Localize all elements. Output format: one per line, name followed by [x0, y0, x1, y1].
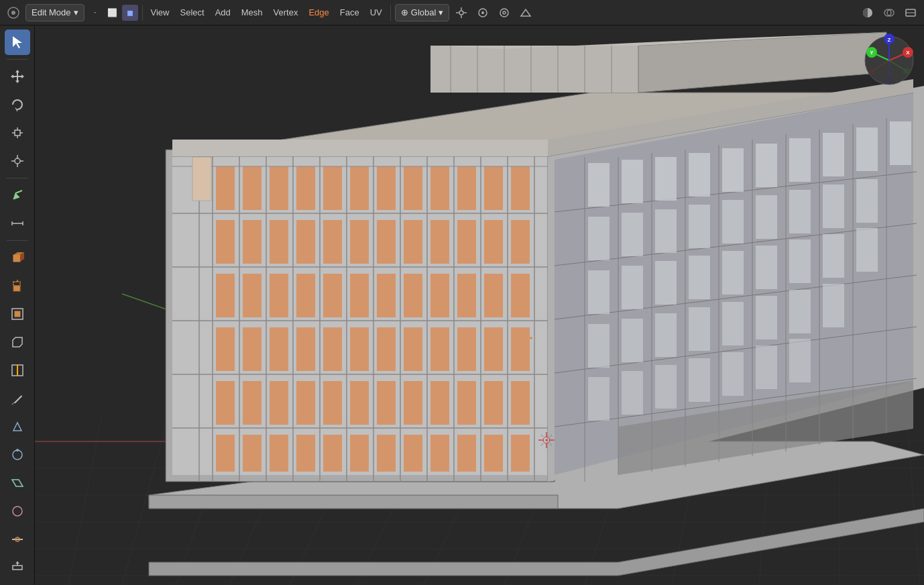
sep-sidebar-2	[7, 178, 28, 178]
svg-marker-244	[430, 46, 638, 93]
svg-rect-41	[13, 282, 20, 286]
transform-dropdown[interactable]: ⊕ Global ▾	[395, 4, 450, 21]
svg-rect-216	[588, 270, 610, 314]
blender-icon[interactable]	[4, 3, 23, 22]
xray-icon[interactable]	[901, 3, 920, 22]
face-mode-btn[interactable]: ◼	[122, 5, 138, 21]
pivot-icon[interactable]	[452, 3, 471, 22]
svg-rect-140	[457, 166, 476, 210]
svg-rect-198	[622, 160, 643, 203]
svg-point-278	[903, 68, 910, 74]
svg-marker-20	[11, 74, 13, 78]
svg-rect-110	[323, 166, 342, 210]
svg-text:Z: Z	[888, 37, 891, 43]
edge-slide-btn[interactable]	[5, 527, 30, 552]
bevel-btn[interactable]	[5, 329, 30, 355]
viewport-shading-icon[interactable]	[858, 3, 877, 22]
move-tool-btn[interactable]	[5, 64, 30, 89]
svg-rect-103	[270, 435, 288, 472]
select-tool-btn[interactable]	[5, 30, 30, 55]
mode-dropdown[interactable]: Edit Mode ▾	[25, 4, 84, 21]
add-menu[interactable]: Add	[211, 5, 235, 19]
loop-cut-btn[interactable]	[5, 358, 30, 383]
face-menu[interactable]: Face	[336, 5, 363, 19]
poly-build-btn[interactable]	[5, 414, 30, 439]
svg-rect-154	[511, 274, 530, 317]
svg-rect-229	[722, 302, 744, 345]
svg-rect-87	[216, 220, 235, 264]
svg-rect-238	[756, 345, 777, 389]
svg-rect-200	[689, 153, 710, 197]
spin-btn[interactable]	[5, 442, 30, 468]
svg-marker-22	[15, 107, 17, 112]
viewport-overlay-icon[interactable]	[880, 3, 899, 22]
svg-rect-123	[377, 220, 396, 264]
add-cube-btn[interactable]	[5, 245, 30, 270]
svg-rect-155	[511, 327, 530, 371]
push-pull-btn[interactable]	[5, 555, 30, 580]
svg-point-2	[459, 11, 463, 15]
shear-btn[interactable]	[5, 470, 30, 496]
mesh-menu[interactable]: Mesh	[237, 5, 267, 19]
svg-rect-55	[13, 566, 22, 570]
proportional-icon[interactable]	[495, 3, 514, 22]
vertex-mode-btn[interactable]: ⬝	[87, 5, 103, 21]
svg-rect-101	[270, 327, 288, 371]
viewport-gizmo[interactable]: X Y Z	[862, 34, 916, 87]
svg-rect-109	[296, 435, 315, 472]
svg-rect-128	[404, 166, 422, 210]
knife-btn[interactable]	[5, 386, 30, 411]
svg-rect-95	[243, 327, 262, 371]
mesh-select-modes: ⬝ ⬜ ◼	[87, 5, 138, 21]
snap-icon[interactable]	[473, 3, 492, 22]
svg-rect-114	[323, 381, 342, 425]
svg-rect-151	[484, 435, 503, 472]
svg-rect-44	[15, 311, 20, 317]
svg-rect-133	[404, 435, 422, 472]
annotate-tool-btn[interactable]	[5, 182, 30, 208]
svg-rect-97	[243, 435, 262, 472]
sep-sidebar-1	[7, 59, 28, 60]
svg-rect-228	[689, 307, 710, 351]
svg-rect-211	[722, 200, 744, 244]
svg-rect-213	[789, 190, 811, 233]
svg-rect-232	[823, 284, 844, 327]
scale-tool-btn[interactable]	[5, 120, 30, 146]
svg-rect-127	[377, 435, 396, 472]
svg-point-1	[11, 11, 15, 15]
svg-rect-235	[655, 365, 677, 409]
edge-menu[interactable]: Edge	[304, 5, 333, 19]
right-toolbar	[858, 3, 920, 22]
smooth-btn[interactable]	[5, 498, 30, 524]
svg-rect-90	[216, 381, 235, 425]
svg-rect-147	[484, 220, 503, 264]
vertex-menu[interactable]: Vertex	[270, 5, 302, 19]
svg-rect-225	[588, 324, 610, 368]
svg-point-280	[886, 77, 892, 84]
edge-mode-btn[interactable]: ⬜	[105, 5, 121, 21]
svg-rect-152	[511, 166, 530, 210]
svg-rect-205	[856, 127, 878, 171]
measure-tool-btn[interactable]	[5, 211, 30, 236]
svg-rect-105	[296, 220, 315, 264]
svg-rect-217	[622, 266, 643, 309]
extrude-btn[interactable]	[5, 273, 30, 299]
svg-rect-106	[296, 274, 315, 317]
svg-rect-100	[270, 274, 288, 317]
select-menu[interactable]: Select	[176, 5, 209, 19]
svg-rect-203	[789, 138, 811, 182]
svg-rect-231	[789, 290, 811, 333]
uv-menu[interactable]: UV	[366, 5, 386, 19]
overlay-icon[interactable]	[516, 3, 535, 22]
svg-rect-139	[430, 435, 449, 472]
svg-rect-202	[756, 144, 777, 187]
svg-rect-111	[323, 220, 342, 264]
svg-rect-134	[430, 166, 449, 210]
inset-btn[interactable]	[5, 301, 30, 327]
rotate-tool-btn[interactable]	[5, 92, 30, 117]
viewport[interactable]: User Perspective (1) Mathematikon	[35, 25, 924, 585]
svg-rect-199	[655, 157, 677, 201]
svg-rect-236	[689, 358, 710, 402]
transform-tool-btn[interactable]	[5, 148, 30, 174]
view-menu[interactable]: View	[147, 5, 174, 19]
